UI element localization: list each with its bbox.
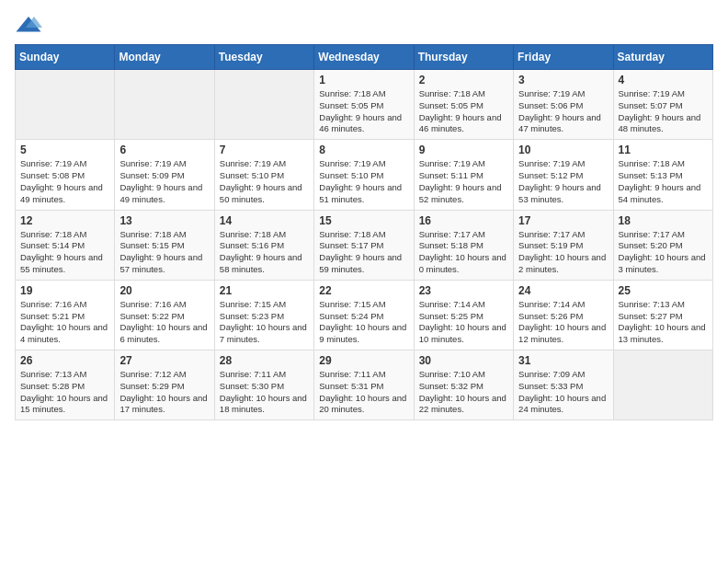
day-number: 16 xyxy=(419,214,508,227)
day-info: Sunrise: 7:19 AM Sunset: 5:11 PM Dayligh… xyxy=(419,158,508,205)
day-number: 18 xyxy=(619,214,708,227)
day-number: 7 xyxy=(220,144,309,156)
day-header-tuesday: Tuesday xyxy=(214,45,313,70)
day-cell: 23Sunrise: 7:14 AM Sunset: 5:25 PM Dayli… xyxy=(414,280,513,350)
day-cell: 7Sunrise: 7:19 AM Sunset: 5:10 PM Daylig… xyxy=(214,140,313,210)
day-cell: 21Sunrise: 7:15 AM Sunset: 5:23 PM Dayli… xyxy=(214,280,313,350)
day-info: Sunrise: 7:09 AM Sunset: 5:33 PM Dayligh… xyxy=(518,369,608,416)
day-number: 3 xyxy=(518,74,608,86)
day-number: 21 xyxy=(220,284,309,297)
day-number: 17 xyxy=(518,214,608,227)
day-info: Sunrise: 7:14 AM Sunset: 5:25 PM Dayligh… xyxy=(419,299,508,346)
day-cell: 29Sunrise: 7:11 AM Sunset: 5:31 PM Dayli… xyxy=(314,350,414,420)
day-number: 25 xyxy=(619,284,708,297)
page-header xyxy=(15,15,713,35)
day-info: Sunrise: 7:17 AM Sunset: 5:18 PM Dayligh… xyxy=(419,229,508,276)
week-row-5: 26Sunrise: 7:13 AM Sunset: 5:28 PM Dayli… xyxy=(16,350,713,420)
day-number: 29 xyxy=(319,354,408,367)
day-header-thursday: Thursday xyxy=(414,45,513,70)
day-info: Sunrise: 7:15 AM Sunset: 5:23 PM Dayligh… xyxy=(220,299,309,346)
day-cell: 14Sunrise: 7:18 AM Sunset: 5:16 PM Dayli… xyxy=(214,210,313,280)
day-number: 14 xyxy=(220,214,309,227)
day-cell: 20Sunrise: 7:16 AM Sunset: 5:22 PM Dayli… xyxy=(115,280,214,350)
day-number: 20 xyxy=(119,284,209,297)
day-info: Sunrise: 7:19 AM Sunset: 5:10 PM Dayligh… xyxy=(220,158,309,205)
day-info: Sunrise: 7:18 AM Sunset: 5:05 PM Dayligh… xyxy=(419,88,508,135)
day-cell: 5Sunrise: 7:19 AM Sunset: 5:08 PM Daylig… xyxy=(16,140,115,210)
day-info: Sunrise: 7:18 AM Sunset: 5:13 PM Dayligh… xyxy=(619,158,708,205)
logo-icon xyxy=(15,15,42,35)
day-cell: 19Sunrise: 7:16 AM Sunset: 5:21 PM Dayli… xyxy=(16,280,115,350)
day-cell: 1Sunrise: 7:18 AM Sunset: 5:05 PM Daylig… xyxy=(314,70,414,140)
day-cell: 8Sunrise: 7:19 AM Sunset: 5:10 PM Daylig… xyxy=(314,140,414,210)
day-info: Sunrise: 7:19 AM Sunset: 5:09 PM Dayligh… xyxy=(119,158,209,205)
day-info: Sunrise: 7:19 AM Sunset: 5:06 PM Dayligh… xyxy=(518,88,608,135)
day-number: 1 xyxy=(319,74,408,86)
day-info: Sunrise: 7:19 AM Sunset: 5:08 PM Dayligh… xyxy=(20,158,109,205)
day-info: Sunrise: 7:18 AM Sunset: 5:17 PM Dayligh… xyxy=(319,229,408,276)
day-cell: 31Sunrise: 7:09 AM Sunset: 5:33 PM Dayli… xyxy=(514,350,613,420)
day-cell: 15Sunrise: 7:18 AM Sunset: 5:17 PM Dayli… xyxy=(314,210,414,280)
day-info: Sunrise: 7:18 AM Sunset: 5:14 PM Dayligh… xyxy=(20,229,109,276)
day-cell: 9Sunrise: 7:19 AM Sunset: 5:11 PM Daylig… xyxy=(414,140,513,210)
day-info: Sunrise: 7:19 AM Sunset: 5:07 PM Dayligh… xyxy=(619,88,708,135)
day-number: 9 xyxy=(419,144,508,156)
day-cell: 22Sunrise: 7:15 AM Sunset: 5:24 PM Dayli… xyxy=(314,280,414,350)
day-number: 27 xyxy=(119,354,209,367)
day-number: 23 xyxy=(419,284,508,297)
day-number: 31 xyxy=(518,354,608,367)
day-cell xyxy=(613,350,712,420)
week-row-1: 1Sunrise: 7:18 AM Sunset: 5:05 PM Daylig… xyxy=(16,70,713,140)
day-number: 22 xyxy=(319,284,408,297)
day-cell: 16Sunrise: 7:17 AM Sunset: 5:18 PM Dayli… xyxy=(414,210,513,280)
day-cell: 4Sunrise: 7:19 AM Sunset: 5:07 PM Daylig… xyxy=(613,70,712,140)
day-cell xyxy=(16,70,115,140)
day-number: 2 xyxy=(419,74,508,86)
day-info: Sunrise: 7:11 AM Sunset: 5:31 PM Dayligh… xyxy=(319,369,408,416)
day-info: Sunrise: 7:19 AM Sunset: 5:10 PM Dayligh… xyxy=(319,158,408,205)
week-row-4: 19Sunrise: 7:16 AM Sunset: 5:21 PM Dayli… xyxy=(16,280,713,350)
day-cell: 27Sunrise: 7:12 AM Sunset: 5:29 PM Dayli… xyxy=(115,350,214,420)
day-cell: 26Sunrise: 7:13 AM Sunset: 5:28 PM Dayli… xyxy=(16,350,115,420)
day-info: Sunrise: 7:14 AM Sunset: 5:26 PM Dayligh… xyxy=(518,299,608,346)
day-number: 11 xyxy=(619,144,708,156)
day-info: Sunrise: 7:12 AM Sunset: 5:29 PM Dayligh… xyxy=(119,369,209,416)
calendar-header: SundayMondayTuesdayWednesdayThursdayFrid… xyxy=(16,45,713,70)
day-header-wednesday: Wednesday xyxy=(314,45,414,70)
day-cell: 12Sunrise: 7:18 AM Sunset: 5:14 PM Dayli… xyxy=(16,210,115,280)
day-info: Sunrise: 7:10 AM Sunset: 5:32 PM Dayligh… xyxy=(419,369,508,416)
day-number: 5 xyxy=(20,144,109,156)
day-number: 28 xyxy=(220,354,309,367)
day-cell: 11Sunrise: 7:18 AM Sunset: 5:13 PM Dayli… xyxy=(613,140,712,210)
calendar-table: SundayMondayTuesdayWednesdayThursdayFrid… xyxy=(15,44,713,420)
day-cell: 2Sunrise: 7:18 AM Sunset: 5:05 PM Daylig… xyxy=(414,70,513,140)
day-number: 6 xyxy=(119,144,209,156)
day-info: Sunrise: 7:18 AM Sunset: 5:15 PM Dayligh… xyxy=(119,229,209,276)
day-number: 13 xyxy=(119,214,209,227)
day-cell: 28Sunrise: 7:11 AM Sunset: 5:30 PM Dayli… xyxy=(214,350,313,420)
day-cell: 17Sunrise: 7:17 AM Sunset: 5:19 PM Dayli… xyxy=(514,210,613,280)
day-info: Sunrise: 7:17 AM Sunset: 5:20 PM Dayligh… xyxy=(619,229,708,276)
day-number: 24 xyxy=(518,284,608,297)
day-number: 12 xyxy=(20,214,109,227)
day-number: 26 xyxy=(20,354,109,367)
day-info: Sunrise: 7:16 AM Sunset: 5:21 PM Dayligh… xyxy=(20,299,109,346)
day-number: 30 xyxy=(419,354,508,367)
day-cell xyxy=(115,70,214,140)
days-of-week-row: SundayMondayTuesdayWednesdayThursdayFrid… xyxy=(16,45,713,70)
day-info: Sunrise: 7:13 AM Sunset: 5:27 PM Dayligh… xyxy=(619,299,708,346)
day-header-saturday: Saturday xyxy=(613,45,712,70)
day-cell xyxy=(214,70,313,140)
day-cell: 30Sunrise: 7:10 AM Sunset: 5:32 PM Dayli… xyxy=(414,350,513,420)
day-number: 10 xyxy=(518,144,608,156)
logo xyxy=(15,15,46,35)
day-cell: 13Sunrise: 7:18 AM Sunset: 5:15 PM Dayli… xyxy=(115,210,214,280)
day-header-sunday: Sunday xyxy=(16,45,115,70)
day-number: 4 xyxy=(619,74,708,86)
week-row-3: 12Sunrise: 7:18 AM Sunset: 5:14 PM Dayli… xyxy=(16,210,713,280)
week-row-2: 5Sunrise: 7:19 AM Sunset: 5:08 PM Daylig… xyxy=(16,140,713,210)
day-info: Sunrise: 7:11 AM Sunset: 5:30 PM Dayligh… xyxy=(220,369,309,416)
day-info: Sunrise: 7:18 AM Sunset: 5:16 PM Dayligh… xyxy=(220,229,309,276)
day-info: Sunrise: 7:15 AM Sunset: 5:24 PM Dayligh… xyxy=(319,299,408,346)
day-info: Sunrise: 7:17 AM Sunset: 5:19 PM Dayligh… xyxy=(518,229,608,276)
